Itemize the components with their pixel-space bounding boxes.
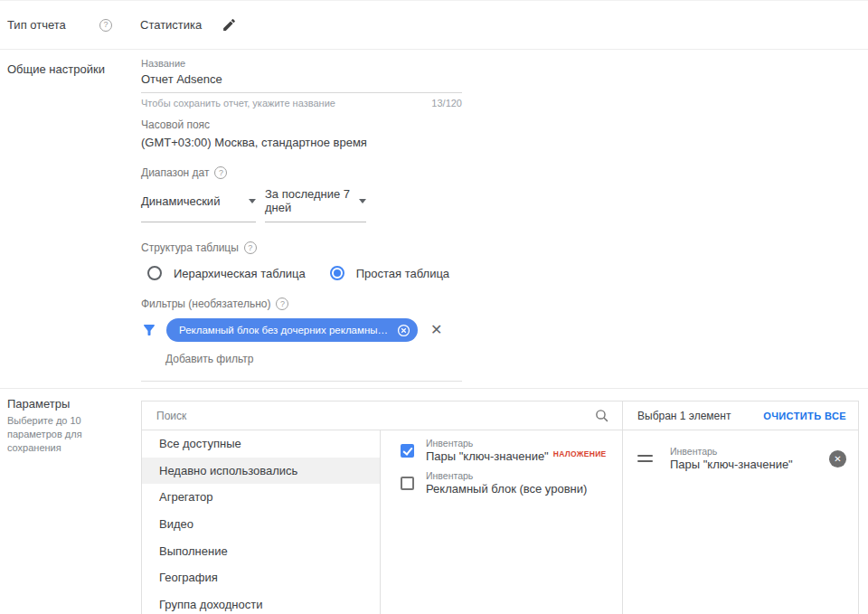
filter-funnel-icon [141, 322, 157, 338]
report-type-value: Статистика [140, 18, 202, 32]
selected-header: Выбран 1 элемент ОЧИСТИТЬ ВСЕ [622, 401, 858, 430]
filters-label: Фильтры (необязательно) [141, 298, 270, 310]
chevron-down-icon [359, 199, 366, 203]
checkbox[interactable] [401, 477, 414, 490]
date-range-period-select[interactable]: За последние 7 дней [265, 187, 366, 222]
category-item[interactable]: Группа доходности [142, 591, 380, 614]
category-item[interactable]: Недавно использовались [142, 458, 380, 485]
filters-label-row: Фильтры (необязательно) ? [141, 298, 462, 310]
parameters-panel: Выбран 1 элемент ОЧИСТИТЬ ВСЕ Все доступ… [141, 401, 859, 614]
help-icon[interactable]: ? [214, 166, 227, 179]
selected-group-label: Инвентарь [670, 446, 829, 457]
name-field-label: Название [141, 58, 462, 69]
help-icon[interactable]: ? [244, 241, 257, 254]
parameter-option[interactable]: ИнвентарьПары "ключ-значение"НАЛОЖЕНИЕ [381, 435, 622, 468]
selected-list: ИнвентарьПары "ключ-значение"✕ [622, 430, 858, 614]
help-icon[interactable]: ? [276, 298, 288, 310]
timezone-label: Часовой пояс [141, 118, 462, 131]
remove-selected-icon[interactable]: ✕ [829, 450, 846, 468]
report-settings-page: Тип отчета ? Статистика Общие настройки … [0, 0, 868, 614]
date-range-type-select[interactable]: Динамический [141, 187, 256, 222]
selected-count: Выбран 1 элемент [637, 410, 731, 422]
search-icon[interactable] [594, 408, 609, 423]
chip-remove-icon[interactable] [397, 324, 410, 337]
char-counter: 13/120 [431, 98, 462, 109]
category-item[interactable]: Все доступные [142, 430, 380, 458]
add-filter-button[interactable]: Добавить фильтр [165, 353, 462, 365]
help-icon[interactable]: ? [99, 19, 112, 32]
parameter-option[interactable]: ИнвентарьРекламный блок (все уровни) [381, 468, 622, 500]
date-range-label: Диапазон дат [141, 166, 209, 179]
filter-chip[interactable]: Рекламный блок без дочерних рекламных бл… [166, 318, 418, 342]
option-label: Пары "ключ-значение"НАЛОЖЕНИЕ [426, 449, 607, 463]
report-type-label: Тип отчета [7, 18, 98, 32]
radio-option[interactable]: Простая таблица [330, 266, 449, 280]
selected-label: Пары "ключ-значение" [670, 458, 829, 471]
table-structure-label: Структура таблицы [141, 241, 239, 254]
parameters-hint: Выберите до 10 параметров для сохранения [7, 414, 136, 455]
table-structure-radios: Иерархическая таблица Простая таблица [147, 266, 462, 280]
option-group-label: Инвентарь [426, 470, 587, 481]
checkbox[interactable] [401, 444, 414, 458]
general-settings-section: Общие настройки Название Отчет Adsence Ч… [0, 50, 868, 382]
report-name-input[interactable]: Отчет Adsence [141, 72, 462, 93]
category-item[interactable]: Видео [142, 511, 380, 538]
selected-item[interactable]: ИнвентарьПары "ключ-значение"✕ [623, 430, 858, 471]
radio-option[interactable]: Иерархическая таблица [147, 266, 306, 280]
category-item[interactable]: География [142, 564, 380, 591]
radio-icon [147, 266, 162, 280]
filter-clear-icon[interactable]: ✕ [430, 323, 442, 337]
option-group-label: Инвентарь [426, 438, 607, 449]
date-range-label-row: Диапазон дат ? [141, 166, 462, 179]
general-settings-title: Общие настройки [7, 62, 134, 76]
name-hint: Чтобы сохранить отчет, укажите название [141, 98, 335, 109]
edit-pencil-icon[interactable] [222, 17, 237, 33]
category-item[interactable]: Агрегатор [142, 484, 380, 511]
radio-icon [330, 266, 344, 280]
search-bar [142, 401, 622, 430]
divider [141, 381, 462, 382]
clear-all-button[interactable]: ОЧИСТИТЬ ВСЕ [763, 411, 846, 421]
drag-handle-icon[interactable] [637, 455, 653, 462]
parameters-section: Параметры Выберите до 10 параметров для … [0, 389, 868, 614]
options-list: ИнвентарьПары "ключ-значение"НАЛОЖЕНИЕИн… [381, 430, 622, 614]
chevron-down-icon [249, 199, 256, 203]
overlay-badge: НАЛОЖЕНИЕ [553, 449, 607, 458]
table-structure-label-row: Структура таблицы ? [141, 241, 462, 254]
category-list: Все доступныеНедавно использовалисьАгрег… [142, 430, 381, 614]
option-label: Рекламный блок (все уровни) [426, 482, 587, 496]
search-input[interactable] [156, 410, 594, 422]
timezone-value: (GMT+03:00) Москва, стандартное время [141, 136, 462, 149]
report-type-row: Тип отчета ? Статистика [0, 1, 868, 50]
category-item[interactable]: Выполнение [142, 537, 380, 564]
parameters-title: Параметры [7, 397, 136, 411]
